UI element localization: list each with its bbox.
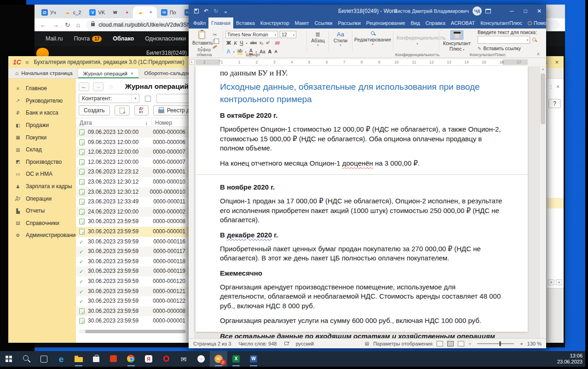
zoom-out-button[interactable]: − (468, 341, 471, 346)
ribbon-tab[interactable]: КонсультантПлюс (478, 17, 525, 29)
table-row[interactable]: 24.06.2023 12:00:00 0000-000002 (76, 207, 189, 217)
redo-icon[interactable]: ↻ (213, 8, 218, 14)
table-row[interactable]: 30.06.2023 23:59:59 0000-000001 (76, 227, 189, 237)
ribbon-tab[interactable]: Помощн (525, 17, 546, 29)
tab-close-icon[interactable]: ✕ (130, 71, 134, 76)
paragraph-menu-button[interactable]: ≣ Абзац ▾ (308, 31, 328, 46)
editing-menu-button[interactable]: Редактирование ▾ (353, 31, 392, 46)
new-document-button[interactable] (115, 105, 130, 115)
cut-icon[interactable]: ✂ (213, 32, 217, 37)
filter-checkbox[interactable] (145, 96, 151, 102)
counterparty-filter[interactable]: Контрагент: ▾ (79, 94, 139, 103)
table-row[interactable]: 12.06.2023 12:00:00 0000-000007 (76, 147, 189, 157)
maximize-icon[interactable]: □ (519, 5, 532, 17)
chevron-down-icon[interactable]: ▾ (132, 94, 139, 103)
table-row[interactable]: 09.06.2023 12:00:00 0000-000006 (76, 127, 189, 138)
table-row[interactable]: 30.06.2023 23:59:59 0000-000117 (76, 247, 189, 257)
ribbon-tab[interactable]: Конструктор (258, 17, 292, 29)
reload-icon[interactable]: ↻ (65, 22, 70, 28)
taskbar-icon[interactable]: W (245, 351, 262, 367)
table-row[interactable]: 30.06.2023 23:59:59 0000-000008 (76, 306, 189, 317)
sidebar-item[interactable]: ▤ Справочники (8, 217, 76, 230)
ribbon-display-icon[interactable] (485, 9, 491, 13)
browser-tab[interactable]: ✉ По (157, 6, 180, 18)
sidebar-item[interactable]: ▥ Склад (8, 144, 76, 156)
account-name[interactable]: Чистов Дмитрий Владимирович (394, 8, 469, 14)
browser-tab[interactable]: @ Уч (37, 6, 60, 18)
table-row[interactable]: 23.06.2023 12:33:49 0000-000011 (76, 197, 189, 207)
web-layout-button[interactable] (458, 341, 464, 346)
ribbon-tab[interactable]: ACROBAT (448, 17, 478, 29)
table-row[interactable]: 23.06.2023 12:30:12 0000-000010 (76, 177, 189, 187)
table-row[interactable]: 30.06.2023 23:59:59 0000-000116 (76, 237, 189, 247)
strikethrough-button[interactable]: abc (250, 40, 257, 45)
scrollbar-thumb[interactable] (85, 330, 185, 333)
taskbar-icon[interactable]: ♫ (192, 351, 210, 367)
help-button[interactable]: ? (548, 99, 561, 108)
ribbon-tab[interactable]: Справка (423, 17, 448, 29)
insert-link-button[interactable]: ✎ Вставить ссылку (478, 46, 537, 51)
ribbon-tab[interactable]: Рассылки (335, 17, 363, 29)
page-indicator[interactable]: Страница 2 из 3 (193, 341, 231, 346)
table-row[interactable]: 30.06.2023 23:59:59 0000-000118 (76, 257, 189, 267)
taskbar-icon[interactable] (17, 351, 35, 367)
dropdown-icon[interactable]: ▾ (548, 279, 554, 285)
dtkt-button[interactable]: ДтКт (134, 105, 149, 115)
display-options-label[interactable]: Параметры отображения (373, 341, 432, 346)
zoom-level[interactable]: 130 % (527, 341, 542, 346)
tab-close-icon[interactable]: ✕ (149, 10, 153, 15)
paste-button[interactable]: Вставить ▾ (192, 31, 211, 49)
print-layout-button[interactable] (447, 341, 454, 346)
horizontal-ruler[interactable]: L 211234567891011121314151617 ▽ △ (189, 58, 546, 66)
dropdown-icon[interactable]: ▾ (556, 279, 562, 285)
table-row[interactable]: 23.06.2023 12:30:12 0000-0000010 (76, 187, 189, 197)
browser-tab[interactable]: ☁ ✕ (133, 6, 157, 18)
taskbar-icon[interactable] (70, 351, 87, 367)
sidebar-item[interactable]: ↗ Руководителю (8, 95, 76, 107)
forward-icon[interactable]: → (52, 22, 59, 28)
mailru-nav-link[interactable]: Mail.ru (46, 35, 63, 42)
back-icon[interactable]: ← (40, 22, 46, 28)
sidebar-item[interactable]: ▭ ОС и НМА (8, 168, 76, 180)
table-row[interactable]: 30.06.2023 23:59:59 0000-000119 (76, 266, 189, 277)
horizontal-scrollbar[interactable] (79, 329, 186, 334)
vertical-scrollbar[interactable]: ▴ (539, 66, 546, 338)
clear-formatting-icon[interactable] (275, 41, 280, 45)
ribbon-tab[interactable]: Рецензирование (363, 17, 408, 29)
collapse-ribbon-icon[interactable]: ∧ (536, 52, 540, 56)
word-titlebar[interactable]: ↶ ↻ ⌄ Билет318(0249) - Word Чистов Дмитр… (189, 5, 546, 17)
taskbar-icon[interactable]: Я (140, 351, 157, 367)
sidebar-item[interactable]: ◩ Производство (8, 156, 76, 168)
home-icon[interactable]: ⌂ (76, 22, 80, 28)
mailru-nav-link[interactable]: Облако (113, 35, 134, 42)
browser-tab[interactable]: V VK (85, 6, 109, 18)
taskbar-icon[interactable]: ✉ (175, 351, 192, 367)
onec-tab[interactable]: ⌂ Начальная страница (10, 68, 78, 78)
ribbon-tab[interactable]: Вид (408, 17, 423, 29)
consultant-search-input[interactable]: ▾ (478, 36, 530, 44)
consultant-plus-button[interactable]: Консультант Плюс ▾ (441, 30, 473, 52)
column-number[interactable]: Номер (155, 120, 172, 126)
undo-icon[interactable]: ↶ (204, 8, 208, 14)
scrollbar-thumb[interactable] (541, 74, 545, 124)
superscript-button[interactable]: x² (266, 40, 270, 45)
grow-font-button[interactable]: А (268, 49, 272, 54)
ribbon-tab[interactable]: Главная (208, 17, 233, 29)
journal-back-button[interactable]: ← (79, 82, 89, 91)
word-count[interactable]: Число слов: 948 (238, 341, 277, 346)
sidebar-item[interactable]: ▙ Отчеты (8, 205, 76, 217)
proofing-icon[interactable] (284, 342, 288, 345)
column-date[interactable]: Дата (80, 120, 92, 126)
taskbar-icon[interactable] (35, 351, 52, 367)
sidebar-item[interactable]: Дт Операции (8, 192, 76, 205)
table-row[interactable]: 30.06.2023 23:59:59 0000-000120 (76, 277, 189, 287)
chevron-down-icon[interactable]: ▾ (246, 41, 248, 45)
sidebar-item[interactable]: ⚙ Администрирование (8, 229, 76, 242)
italic-button[interactable]: К (234, 40, 237, 46)
minimize-icon[interactable]: ─ (505, 5, 519, 17)
close-icon[interactable]: ✕ (555, 59, 559, 65)
shrink-font-button[interactable]: А (274, 49, 277, 54)
sidebar-item[interactable]: ◧ Продажи (8, 119, 76, 132)
bold-button[interactable]: Ж (226, 40, 231, 46)
journal-table-header[interactable]: Дата ↓ Номер (76, 118, 189, 127)
